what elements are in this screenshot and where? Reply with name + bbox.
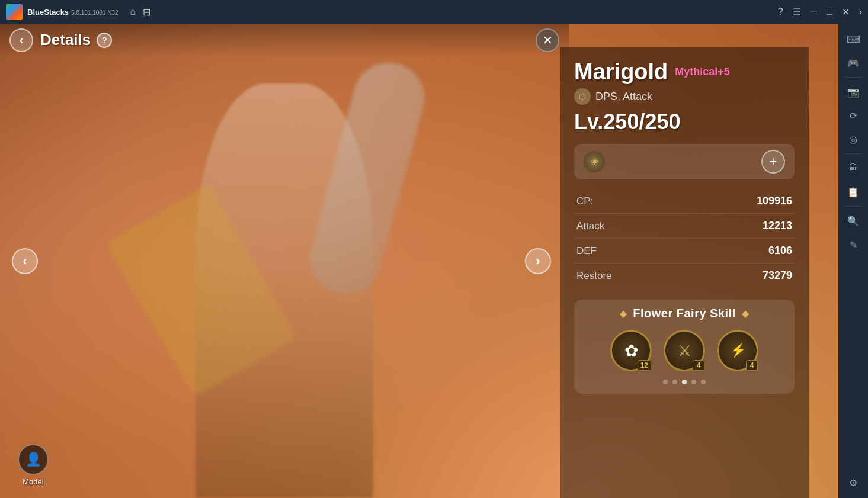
bluestacks-logo: [6, 4, 23, 20]
app-name: BlueStacks: [27, 8, 69, 17]
skill-icon-1: ✿ 12: [610, 330, 652, 371]
dps-icon: ⬡: [579, 92, 586, 101]
back-button[interactable]: ‹: [9, 28, 33, 52]
search-button[interactable]: 🔍: [843, 210, 864, 232]
layers-icon[interactable]: ⊟: [143, 7, 150, 18]
right-arrow-icon: ›: [536, 253, 540, 269]
stat-row-attack: Attack 12213: [574, 214, 795, 239]
model-icon: 👤: [18, 444, 49, 475]
skill-badge-1: 12: [638, 360, 651, 371]
model-button[interactable]: 👤 Model: [18, 444, 49, 486]
stat-value-def: 6106: [684, 239, 795, 264]
right-panel: Marigold Mythical+5 ⬡ DPS, Attack Lv.250…: [560, 47, 809, 498]
stat-value-cp: 109916: [684, 189, 795, 214]
skill-section-title: Flower Fairy Skill: [633, 307, 736, 320]
add-skill-button[interactable]: +: [761, 150, 785, 174]
skill-icon-2: ⚔ 4: [664, 330, 705, 371]
in-game-nav: ‹ Details ? ✕: [0, 24, 569, 56]
edit-button[interactable]: ✎: [843, 234, 864, 255]
keyboard-button[interactable]: ⌨: [843, 28, 864, 50]
page-title: Details: [40, 31, 91, 49]
stat-value-attack: 12213: [684, 214, 795, 239]
title-bar-icons: ⌂ ⊟: [130, 7, 151, 18]
skill-arrow-left-icon: ◆: [620, 308, 627, 319]
settings-button[interactable]: ⚙: [843, 472, 864, 493]
dot-3: [682, 380, 687, 384]
home-icon[interactable]: ⌂: [130, 7, 136, 17]
skill-item-2[interactable]: ⚔ 4: [664, 330, 705, 371]
type-icon: ⬡: [574, 88, 591, 105]
character-rarity: Mythical+5: [675, 66, 730, 78]
character-illustration: [118, 36, 450, 498]
sword-skill-icon: ⚔: [678, 342, 691, 360]
divider-3: [844, 206, 862, 207]
skill-section-header: ◆ Flower Fairy Skill ◆: [584, 307, 785, 320]
help-button[interactable]: ?: [97, 33, 112, 48]
flower-skill-icon: ✿: [624, 341, 638, 361]
close-x-icon: ✕: [543, 33, 553, 47]
help-icon[interactable]: ?: [778, 7, 783, 17]
stat-label-attack: Attack: [574, 214, 684, 239]
left-arrow-icon: ‹: [23, 253, 27, 269]
skill-badge-3: 4: [746, 360, 758, 371]
title-bar: BlueStacks 5.8.101.1001 N32 ⌂ ⊟ ? ☰ ─ □ …: [0, 0, 868, 24]
gamepad-button[interactable]: 🎮: [843, 52, 864, 73]
dot-1: [663, 380, 668, 384]
dots-indicator: [584, 380, 785, 384]
skill-icons-row: ✿ 12 ⚔ 4 ⚡ 4: [584, 330, 785, 371]
menu-icon[interactable]: ☰: [793, 7, 801, 18]
dot-5: [701, 380, 706, 384]
stat-label-def: DEF: [574, 239, 684, 264]
side-panel: ⌨ 🎮 📷 ⟳ ◎ 🏛 📋 🔍 ✎ ⚙: [838, 24, 868, 498]
plus-icon: +: [770, 154, 777, 169]
skill-bar: ❀ +: [574, 144, 795, 179]
char-name-row: Marigold Mythical+5: [574, 59, 795, 85]
stat-row-cp: CP: 109916: [574, 189, 795, 214]
locate-button[interactable]: ◎: [843, 128, 864, 150]
game-content: ‹ Details ? ✕ ‹ › 👤 Model: [0, 24, 838, 498]
skill-item-3[interactable]: ⚡ 4: [717, 330, 758, 371]
divider-1: [844, 77, 862, 78]
stat-row-def: DEF 6106: [574, 239, 795, 264]
next-character-button[interactable]: ›: [525, 248, 551, 274]
type-row: ⬡ DPS, Attack: [574, 88, 795, 105]
task-button[interactable]: 📋: [843, 181, 864, 203]
arrow-skill-icon: ⚡: [730, 343, 746, 358]
close-button[interactable]: ✕: [536, 28, 559, 52]
apps-button[interactable]: 🏛: [843, 158, 864, 179]
model-label: Model: [23, 477, 43, 486]
stat-label-restore: Restore: [574, 264, 684, 288]
refresh-button[interactable]: ⟳: [843, 105, 864, 126]
help-question-icon: ?: [102, 36, 107, 45]
maximize-icon[interactable]: □: [827, 7, 832, 17]
skill-section: ◆ Flower Fairy Skill ◆ ✿ 12 ⚔ 4: [574, 300, 795, 394]
collapse-icon[interactable]: ›: [859, 7, 862, 17]
stat-label-cp: CP:: [574, 189, 684, 214]
character-name: Marigold: [574, 59, 668, 85]
back-arrow-icon: ‹: [20, 33, 24, 47]
app-version: 5.8.101.1001 N32: [71, 9, 118, 16]
minimize-icon[interactable]: ─: [811, 7, 817, 17]
skill-main-icon: ❀: [584, 151, 605, 172]
character-type: DPS, Attack: [595, 91, 652, 103]
dot-2: [672, 380, 677, 384]
skill-arrow-right-icon: ◆: [742, 308, 749, 319]
dot-4: [691, 380, 696, 384]
character-area: ‹ Details ? ✕ ‹ › 👤 Model: [0, 24, 569, 498]
prev-character-button[interactable]: ‹: [12, 248, 38, 274]
title-bar-right: ? ☰ ─ □ ✕ ›: [778, 7, 862, 18]
skill-icon-3: ⚡ 4: [717, 330, 758, 371]
stats-table: CP: 109916 Attack 12213 DEF 6106 Restore…: [574, 189, 795, 288]
character-level: Lv.250/250: [574, 110, 795, 134]
screenshot-button[interactable]: 📷: [843, 81, 864, 102]
lotus-icon: ❀: [591, 156, 598, 168]
person-icon: 👤: [25, 452, 41, 467]
stat-value-restore: 73279: [684, 264, 795, 288]
divider-2: [844, 153, 862, 154]
skill-item-1[interactable]: ✿ 12: [610, 330, 652, 371]
stat-row-restore: Restore 73279: [574, 264, 795, 288]
skill-badge-2: 4: [693, 360, 704, 371]
window-close-icon[interactable]: ✕: [842, 7, 850, 18]
